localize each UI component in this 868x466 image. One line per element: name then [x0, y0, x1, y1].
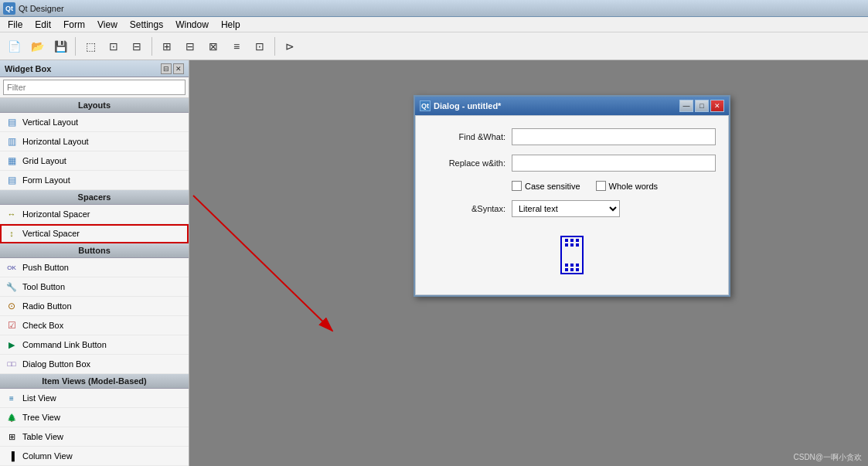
widget-item-tool-button[interactable]: 🔧 Tool Button: [0, 277, 189, 297]
grid-layout-icon: ▦: [5, 154, 19, 168]
widget-box-close-btn[interactable]: ✕: [173, 63, 184, 74]
spacer-dot: [570, 243, 574, 247]
vertical-spacer-icon: ↕: [5, 226, 19, 240]
dialog-close-btn[interactable]: ✕: [710, 100, 724, 112]
toolbar-break-layout-btn[interactable]: ⊡: [249, 36, 271, 57]
whole-words-item: Whole words: [596, 181, 659, 191]
toolbar-layout-grid-btn[interactable]: ⊠: [203, 36, 224, 57]
widget-box-controls: ⊟ ✕: [161, 63, 184, 74]
toolbar-save-btn[interactable]: 💾: [49, 36, 71, 57]
menu-view[interactable]: View: [91, 18, 124, 32]
widget-box-titlebar: Widget Box ⊟ ✕: [0, 60, 189, 77]
syntax-select[interactable]: Literal text: [512, 200, 620, 217]
command-link-button-icon: ▶: [5, 338, 19, 352]
spacer-dot-row: [565, 243, 579, 247]
widget-label: Command Link Button: [22, 340, 107, 349]
widget-label: Dialog Button Box: [22, 359, 90, 369]
spacer-dot: [565, 243, 568, 247]
widget-label: Column View: [22, 451, 73, 461]
widget-item-push-button[interactable]: OK Push Button: [0, 258, 189, 277]
widget-box-panel: Widget Box ⊟ ✕ Layouts ▤ Vertical Layout…: [0, 60, 189, 466]
spacer-dot-row: [565, 268, 579, 271]
watermark: CSDN@一啊小贪欢: [794, 452, 863, 463]
widget-label: Horizontal Layout: [22, 137, 89, 146]
spacer-dot: [565, 268, 568, 271]
find-input[interactable]: [512, 128, 716, 145]
form-layout-icon: ▤: [5, 173, 19, 187]
app-title: Qt Designer: [19, 4, 64, 13]
widget-item-vertical-spacer[interactable]: ↕ Vertical Spacer: [0, 224, 189, 243]
toolbar-layout-h-btn[interactable]: ⊞: [156, 36, 178, 57]
horizontal-layout-icon: ▥: [5, 134, 19, 148]
menu-window[interactable]: Window: [169, 18, 215, 32]
widget-box-float-btn[interactable]: ⊟: [161, 63, 172, 74]
spacer-dot: [576, 243, 579, 247]
spacer-dot: [570, 239, 574, 242]
vertical-layout-icon: ▤: [5, 115, 19, 129]
widget-item-vertical-layout[interactable]: ▤ Vertical Layout: [0, 113, 189, 132]
dialog-content: Find &What: Replace w&ith: Case sensitiv…: [415, 115, 729, 295]
widget-label: Check Box: [22, 321, 63, 330]
syntax-label: &Syntax:: [428, 204, 505, 213]
spacer-dot: [576, 264, 579, 267]
toolbar-new-btn[interactable]: 📄: [3, 36, 25, 57]
find-label: Find &What:: [428, 132, 505, 141]
table-view-icon: ⊞: [5, 430, 19, 444]
widget-item-horizontal-layout[interactable]: ▥ Horizontal Layout: [0, 132, 189, 151]
menu-edit[interactable]: Edit: [29, 18, 57, 32]
widget-item-command-link-button[interactable]: ▶ Command Link Button: [0, 335, 189, 355]
dialog-minimize-btn[interactable]: —: [679, 100, 693, 112]
spacer-dot: [570, 268, 574, 271]
toolbar-preview-btn[interactable]: ⊳: [279, 36, 301, 57]
menu-form[interactable]: Form: [57, 18, 91, 32]
widget-item-form-layout[interactable]: ▤ Form Layout: [0, 171, 189, 190]
toolbar-layout-form-btn[interactable]: ≡: [226, 36, 247, 57]
category-item-views: Item Views (Model-Based): [0, 374, 189, 389]
vertical-spacer-widget[interactable]: [560, 236, 584, 274]
case-sensitive-checkbox[interactable]: [512, 181, 522, 191]
app-titlebar: Qt Qt Designer: [0, 0, 868, 17]
widget-item-check-box[interactable]: ☑ Check Box: [0, 316, 189, 335]
toolbar-layout-v-btn[interactable]: ⊟: [179, 36, 201, 57]
app-icon: Qt: [3, 2, 15, 15]
widget-item-grid-layout[interactable]: ▦ Grid Layout: [0, 151, 189, 171]
spacer-widget-container: [428, 228, 716, 282]
spacer-dot: [565, 239, 568, 242]
widget-filter-input[interactable]: [3, 80, 186, 95]
dialog-maximize-btn[interactable]: □: [695, 100, 709, 112]
list-view-icon: ≡: [5, 391, 19, 405]
toolbar-open-btn[interactable]: 📂: [26, 36, 48, 57]
widget-item-horizontal-spacer[interactable]: ↔ Horizontal Spacer: [0, 205, 189, 224]
widget-item-column-view[interactable]: ▐ Column View: [0, 447, 189, 466]
spacer-dots-top: [565, 239, 579, 247]
replace-input[interactable]: [512, 155, 716, 172]
replace-label: Replace w&ith:: [428, 158, 505, 168]
widget-item-table-view[interactable]: ⊞ Table View: [0, 427, 189, 447]
widget-label: Radio Button: [22, 301, 72, 311]
menu-file[interactable]: File: [2, 18, 29, 32]
case-sensitive-item: Case sensitive: [512, 181, 580, 191]
toolbar-select-btn[interactable]: ⬚: [80, 36, 101, 57]
menu-settings[interactable]: Settings: [124, 18, 169, 32]
whole-words-label: Whole words: [609, 182, 659, 191]
dialog-window: Qt Dialog - untitled* — □ ✕ Find &What: …: [414, 95, 730, 297]
checkboxes-row: Case sensitive Whole words: [512, 181, 716, 191]
widget-item-tree-view[interactable]: 🌲 Tree View: [0, 408, 189, 427]
toolbar-tab-btn[interactable]: ⊟: [126, 36, 148, 57]
toolbar-sep1: [75, 37, 76, 56]
dialog-title-text: Dialog - untitled*: [434, 101, 501, 111]
menu-help[interactable]: Help: [215, 18, 247, 32]
dialog-titlebar: Qt Dialog - untitled* — □ ✕: [415, 97, 729, 115]
widget-filter-container: [0, 77, 189, 98]
find-row: Find &What:: [428, 128, 716, 145]
syntax-row: &Syntax: Literal text: [428, 200, 716, 217]
widget-label: Form Layout: [22, 175, 70, 185]
widget-item-list-view[interactable]: ≡ List View: [0, 389, 189, 408]
whole-words-checkbox[interactable]: [596, 181, 606, 191]
widget-item-dialog-button-box[interactable]: □□ Dialog Button Box: [0, 355, 189, 374]
widget-item-radio-button[interactable]: ⊙ Radio Button: [0, 297, 189, 316]
horizontal-spacer-icon: ↔: [5, 207, 19, 221]
spacer-dot: [565, 264, 568, 267]
toolbar-widget-btn[interactable]: ⊡: [103, 36, 124, 57]
dialog-window-controls: — □ ✕: [679, 100, 724, 112]
